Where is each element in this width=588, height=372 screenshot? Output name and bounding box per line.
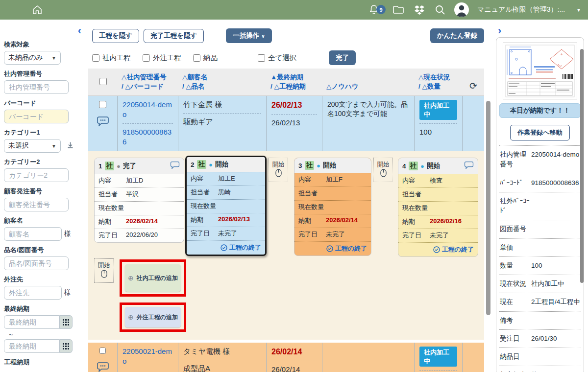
checkbox[interactable] — [92, 54, 99, 62]
user-role-label[interactable]: マニュアル権限（管理3）:... — [477, 5, 565, 14]
header-status[interactable]: △現在状況/ △数量 — [415, 69, 463, 95]
bulk-operation-button[interactable]: 一括操作 ∨ — [226, 28, 272, 43]
order-id-link[interactable]: 22050014-demo — [122, 100, 172, 118]
search-target-select[interactable]: 未納品のみ ▼ — [4, 51, 61, 65]
start-drag-handle[interactable]: 開始 — [373, 158, 393, 182]
comment-bubble-icon[interactable] — [464, 161, 474, 171]
process-card-2-selected[interactable]: 2 社 ● 開始 内容加工E 担当者黒崎 現在数量 納期2026/02/13 完… — [185, 156, 267, 256]
finish-process-link[interactable]: 工程の終了 — [294, 241, 371, 256]
bulk-operation-label: 一括操作 — [233, 32, 259, 39]
sort-label[interactable]: △顧客名 — [182, 72, 263, 82]
sort-label[interactable]: / △品名 — [182, 82, 263, 92]
hide-completed-button[interactable]: 完了工程を隠す — [144, 29, 204, 43]
vertical-scrollbar[interactable] — [580, 49, 584, 283]
sort-label[interactable]: / △工程納期 — [270, 82, 318, 92]
select-all-checkbox[interactable]: 全て選択 — [258, 53, 296, 63]
customer-input[interactable] — [4, 227, 62, 241]
folder-icon[interactable] — [392, 4, 405, 16]
sort-label[interactable]: ▲最終納期 — [270, 72, 318, 82]
comment-bubble-icon[interactable] — [170, 161, 180, 171]
done-value: 未完了 — [218, 229, 237, 238]
header-due[interactable]: ▲最終納期/ △工程納期 — [267, 69, 322, 95]
add-inhouse-process-button[interactable]: ⊕ 社内工程の追加 — [125, 264, 181, 292]
notifications-bell-icon[interactable]: 9 — [368, 4, 380, 16]
calendar-grid-icon[interactable] — [60, 339, 73, 353]
header-id[interactable]: △社内管理番号/ △バーコード — [118, 69, 178, 95]
start-drag-handle[interactable]: 開始 — [269, 158, 288, 182]
table-row[interactable]: 22050021-demo タミヤ電機 様 成型品A 26/02/14 26/0… — [88, 343, 484, 372]
sidebar-collapse-icon[interactable]: ‹ — [78, 25, 81, 36]
calendar-grid-icon[interactable] — [60, 315, 73, 329]
spacer-cell — [463, 343, 484, 372]
checkbox[interactable] — [193, 54, 200, 62]
card-row: 担当者半沢 — [95, 187, 184, 201]
home-icon[interactable] — [31, 4, 43, 16]
add-outsource-process-button[interactable]: ⊕ 外注工程の追加 — [125, 307, 181, 327]
detail-value: 26/01/30 — [531, 334, 580, 344]
row-checkbox[interactable] — [99, 101, 106, 108]
search-icon[interactable] — [434, 4, 446, 16]
barcode-input[interactable] — [4, 110, 69, 123]
row-checkbox[interactable] — [99, 348, 106, 354]
user-avatar[interactable] — [454, 2, 469, 17]
checkbox[interactable] — [258, 54, 265, 62]
process-card-3[interactable]: 3 社 ● 開始 内容加工F 担当者 現在数量 納期2026/02/14 完了日… — [294, 158, 371, 256]
search-target-value: 未納品のみ — [8, 53, 43, 62]
card-row: 現在数量 — [95, 201, 184, 215]
finish-process-link[interactable]: 工程の終了 — [187, 240, 265, 255]
process-card-4[interactable]: 4 社 ● 開始 内容検査 担当者 現在数量 納期2026/02/16 完了日未… — [398, 158, 478, 257]
comment-bubble-icon[interactable] — [97, 116, 109, 129]
hamburger-menu-icon[interactable] — [7, 6, 20, 14]
detail-value: 9185000008636 — [531, 178, 580, 188]
id-cell: 22050014-demo 9185000008636 — [118, 96, 178, 151]
panel-expand-icon[interactable]: › — [498, 25, 501, 36]
cat1-select[interactable]: 未選択 ▼ — [4, 139, 61, 153]
drawing-thumbnail[interactable] — [503, 43, 577, 99]
complete-button[interactable]: 完了 — [329, 50, 356, 65]
process-card-1[interactable]: 1 社 ● 完了 内容加工D 担当者半沢 現在数量 納期2026/02/14 完… — [94, 158, 184, 243]
sort-label[interactable]: / △数量 — [418, 82, 459, 92]
easy-register-button[interactable]: かんたん登録 — [430, 28, 484, 43]
filter-outsource-checkbox[interactable]: 外注工程 — [143, 53, 181, 63]
go-to-work-register-button[interactable]: 作業登録へ移動 — [510, 125, 569, 140]
process-type-badge: 社 — [105, 162, 115, 170]
order-id-link[interactable]: 22050021-demo — [122, 347, 172, 365]
arrow-to-bar-icon[interactable] — [67, 141, 74, 151]
cat2-input[interactable] — [4, 168, 69, 182]
sort-label[interactable]: △ノウハウ — [326, 82, 411, 92]
due-from-input[interactable] — [4, 315, 60, 329]
product-input[interactable] — [4, 256, 69, 270]
comment-bubble-icon[interactable] — [97, 362, 109, 372]
process-cards-zone: 1 社 ● 完了 内容加工D 担当者半沢 現在数量 納期2026/02/14 完… — [88, 151, 484, 340]
barcode-link[interactable]: 9185000008636 — [122, 128, 172, 146]
start-drag-handle[interactable]: 開始 — [94, 258, 114, 283]
sort-label[interactable]: △社内管理番号 — [122, 72, 174, 82]
checkbox[interactable] — [143, 54, 150, 62]
header-select-all[interactable] — [88, 69, 118, 95]
user-menu-caret-icon[interactable]: ▼ — [576, 7, 581, 13]
kanri-input[interactable] — [4, 80, 69, 94]
hide-process-button[interactable]: 工程を隠す — [92, 29, 139, 43]
header-knowhow[interactable]: △ノウハウ — [322, 69, 415, 95]
annotation-red-box: ⊕ 社内工程の追加 — [120, 259, 186, 297]
field-value: 検査 — [430, 176, 442, 185]
sort-label[interactable]: / △バーコード — [122, 82, 174, 92]
finish-process-label: 工程の終了 — [335, 244, 367, 253]
due-value: 2026/02/14 — [326, 216, 358, 225]
dropbox-icon[interactable] — [413, 4, 426, 16]
table-row[interactable]: 22050014-demo 9185000008636 竹下金属 様 駆動ギア … — [88, 96, 484, 151]
refresh-icon[interactable]: ⟳ — [463, 69, 484, 95]
due-to-input[interactable] — [4, 339, 60, 353]
sort-label[interactable]: △現在状況 — [418, 72, 459, 82]
outsource-input[interactable] — [4, 286, 62, 300]
order-no-input[interactable] — [4, 198, 69, 211]
vertical-scrollbar[interactable] — [486, 101, 490, 315]
field-label: 内容 — [402, 176, 430, 185]
finish-process-link[interactable]: 工程の終了 — [398, 242, 478, 256]
filter-delivery-checkbox[interactable]: 納品 — [193, 53, 218, 63]
checkbox[interactable] — [99, 78, 107, 85]
card-row: 完了日2022/06/20 — [95, 229, 184, 242]
filter-inhouse-checkbox[interactable]: 社内工程 — [92, 53, 131, 63]
header-customer[interactable]: △顧客名/ △品名 — [178, 69, 267, 95]
id-cell: 22050021-demo — [118, 343, 178, 372]
